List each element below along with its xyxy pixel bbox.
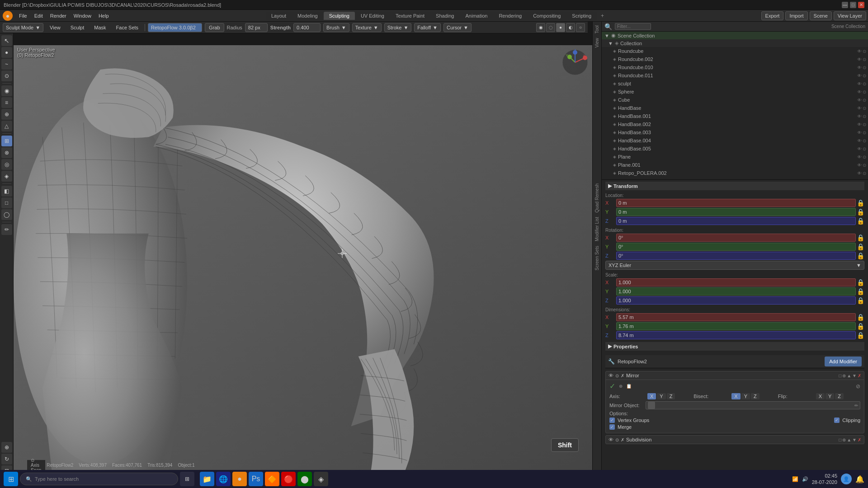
radius-field[interactable]: 82 px	[245, 23, 268, 32]
blender-logo[interactable]: ●	[3, 11, 13, 21]
properties-header[interactable]: ▶ Properties	[605, 342, 864, 351]
menu-file[interactable]: File	[15, 12, 31, 19]
brush-selector[interactable]: RetopoFlow 3.0.0β2	[148, 23, 202, 32]
tool-annotate[interactable]: ✏	[1, 224, 12, 235]
outliner-item[interactable]: ◈ HandBase 👁⊙	[602, 104, 868, 112]
tool-scrape[interactable]: △	[1, 121, 12, 131]
rot-y-field[interactable]: 0°	[616, 243, 856, 251]
taskbar-search[interactable]: 🔍 Type here to search	[20, 473, 178, 485]
shading-solid-btn[interactable]: ●	[556, 23, 565, 32]
brush-type[interactable]: Brush▼	[323, 23, 349, 32]
tool-nudge[interactable]: ◈	[1, 171, 12, 182]
flip-y-btn[interactable]: Y	[826, 393, 834, 399]
outliner-item[interactable]: ◈ Cube 👁⊙	[602, 96, 868, 104]
close-button[interactable]: ✕	[858, 2, 864, 8]
tool-cursor[interactable]: ↖	[1, 35, 12, 46]
sculpt-mode-selector[interactable]: Sculpt Mode ▼	[3, 23, 43, 32]
tab-compositing[interactable]: Compositing	[528, 12, 566, 20]
tool-pinch[interactable]: ⊙	[1, 70, 12, 81]
menu-render[interactable]: Render	[47, 12, 70, 19]
outliner-item[interactable]: ◈ sculpt 👁⊙	[602, 80, 868, 88]
mirror-expand-icon[interactable]: □	[839, 373, 841, 378]
rot-mode-dropdown[interactable]: XYZ Euler ▼	[605, 261, 864, 270]
outliner-item[interactable]: ◈ HandBase.003 👁⊙	[602, 128, 868, 136]
outliner-item[interactable]: ◈ HandBase.005 👁⊙	[602, 145, 868, 153]
loc-z-field[interactable]: 0 m	[616, 217, 856, 225]
dim-x-field[interactable]: 5.57 m	[616, 313, 856, 321]
scale-y-lock[interactable]: 🔒	[857, 288, 864, 295]
scene-selector[interactable]: Scene	[810, 11, 832, 20]
import-button[interactable]: Import	[785, 11, 807, 20]
subdivision-down-icon[interactable]: ▼	[852, 437, 857, 442]
rot-z-field[interactable]: 0°	[616, 252, 856, 260]
mirror-paste-icon[interactable]: 📋	[626, 384, 632, 389]
subdivision-render-icon[interactable]: ⊙	[615, 437, 619, 442]
tool-mask[interactable]: ◧	[1, 186, 12, 197]
taskbar-app-red[interactable]: 🔴	[281, 472, 296, 486]
strength-field[interactable]: 0.400	[293, 23, 321, 32]
viewport-3d[interactable]: 人人素材 RRCG 人人素材 RRCG 人人素材 RRCG	[14, 45, 592, 470]
flip-x-btn[interactable]: X	[816, 393, 825, 399]
outliner-item[interactable]: ◈ HandBase.001 👁⊙	[602, 112, 868, 120]
texture-selector[interactable]: Texture▼	[352, 23, 382, 32]
tab-uv-editing[interactable]: UV Editing	[355, 12, 390, 20]
cursor-selector[interactable]: Cursor▼	[443, 23, 472, 32]
tab-modeling[interactable]: Modeling	[292, 12, 323, 20]
dim-x-lock[interactable]: 🔒	[857, 314, 864, 321]
tool-move[interactable]: ⊕	[1, 442, 12, 453]
mirror-render-icon[interactable]: ⊙	[615, 373, 619, 378]
export-button[interactable]: Export	[761, 11, 784, 20]
taskbar-app-dark[interactable]: ◈	[314, 472, 328, 486]
maximize-button[interactable]: □	[850, 2, 856, 8]
tool-lasso-mask[interactable]: ◯	[1, 209, 12, 220]
rot-z-lock[interactable]: 🔒	[857, 252, 864, 259]
flip-z-btn[interactable]: Z	[835, 393, 844, 399]
tool-draw[interactable]: ●	[1, 47, 12, 58]
axis-y-btn[interactable]: Y	[657, 393, 665, 399]
subdivision-delete-icon[interactable]: ✗	[858, 437, 861, 442]
tool-grab[interactable]: ⊞	[1, 136, 12, 146]
outliner-filter[interactable]	[615, 23, 651, 30]
start-button[interactable]: ⊞	[4, 472, 18, 486]
minimize-button[interactable]: —	[842, 2, 848, 8]
tab-animation[interactable]: Animation	[460, 12, 493, 20]
taskbar-avatar[interactable]: 👤	[841, 474, 852, 484]
tab-rendering[interactable]: Rendering	[493, 12, 527, 20]
mirror-up-icon[interactable]: ▲	[847, 373, 851, 378]
bisect-x-btn[interactable]: X	[731, 393, 740, 399]
loc-x-lock[interactable]: 🔒	[857, 199, 864, 206]
vertex-groups-checkbox[interactable]: ✓	[609, 418, 615, 423]
loc-y-lock[interactable]: 🔒	[857, 208, 864, 216]
tool-smooth[interactable]: ~	[1, 59, 12, 70]
subdivision-eye-icon[interactable]: 👁	[609, 437, 613, 442]
tab-texture-paint[interactable]: Texture Paint	[390, 12, 430, 20]
tool-tab[interactable]: Tool	[594, 23, 599, 35]
mirror-extra-icon[interactable]: ⊘	[856, 383, 860, 389]
outliner-item[interactable]: ◈ Sphere 👁⊙	[602, 88, 868, 96]
subdivision-expand-icon[interactable]: □	[839, 437, 841, 442]
dim-y-lock[interactable]: 🔒	[857, 323, 864, 330]
sculpt-menu[interactable]: Sculpt	[67, 24, 88, 31]
dim-z-field[interactable]: 8.74 m	[616, 331, 856, 339]
dim-z-lock[interactable]: 🔒	[857, 332, 864, 339]
mirror-down-icon[interactable]: ▼	[852, 373, 857, 378]
outliner-item[interactable]: ◈ Roundcube.011 👁⊙	[602, 71, 868, 80]
taskbar-app-green[interactable]: ⬤	[297, 472, 312, 486]
screen-sets-tab[interactable]: Screen Sets	[594, 244, 599, 272]
axis-x-btn[interactable]: X	[647, 393, 656, 399]
mirror-delete-icon[interactable]: ✗	[858, 373, 861, 378]
tool-fill[interactable]: ⊕	[1, 109, 12, 120]
loc-x-field[interactable]: 0 m	[616, 199, 856, 207]
face-sets-menu[interactable]: Face Sets	[113, 24, 142, 31]
tool-rotate[interactable]: ↻	[1, 454, 12, 465]
quad-remesh-tab[interactable]: Quad Remesh	[594, 182, 599, 214]
viewport-overlay-btn[interactable]: ◉	[536, 23, 545, 32]
add-modifier-button[interactable]: Add Modifier	[825, 357, 862, 366]
outliner-item[interactable]: ◈ HandBase.002 👁⊙	[602, 120, 868, 128]
grab-tool[interactable]: Grab	[205, 23, 224, 32]
tab-add[interactable]: +	[597, 11, 608, 20]
menu-window[interactable]: Window	[70, 12, 95, 19]
shading-rendered-btn[interactable]: ○	[576, 23, 585, 32]
taskbar-blender[interactable]: ●	[232, 472, 247, 486]
scale-z-field[interactable]: 1.000	[616, 296, 856, 305]
